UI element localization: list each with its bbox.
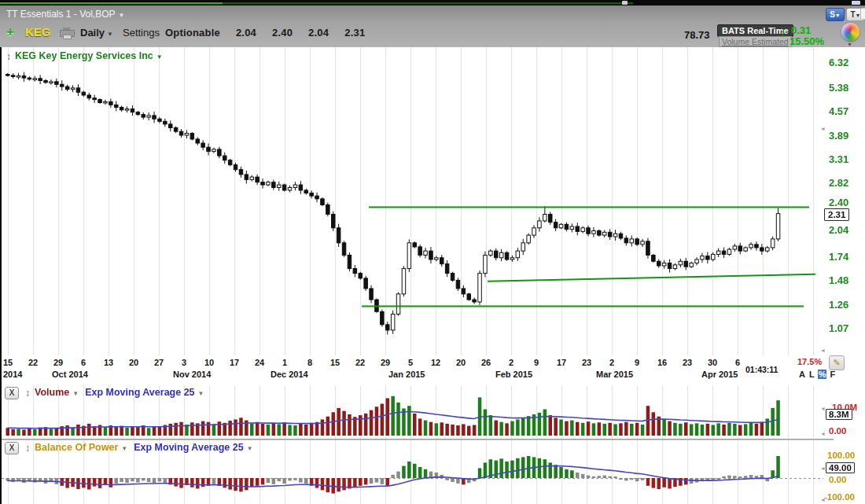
price-axis-label: 1.48 [829, 274, 865, 286]
month-label: Apr 2015 [701, 370, 738, 379]
date-tick-label: 12 [431, 358, 440, 367]
axis-marker-icon: ◄ [820, 497, 826, 502]
date-tick-label: 9 [534, 358, 539, 367]
date-tick-label: 29 [381, 358, 390, 367]
symbol-label[interactable]: KEG [25, 25, 51, 39]
volume-value-box: 8.3M [826, 409, 852, 420]
quote-panel: 78.73 BATS Real-Time Volume Estimated ↑ … [495, 23, 865, 46]
month-label: 2014 [3, 370, 22, 379]
volume-indicator-dropdown[interactable]: Volume [35, 387, 69, 398]
volume-pane: X↕Volume▼Exp Moving Average 25▼ 10.0M 8.… [2, 385, 865, 439]
volume-zero-label: 0.00 [829, 426, 846, 436]
date-tick-label: 5 [408, 358, 413, 367]
workspace-title[interactable]: TT Essentials 1 - Vol,BOP▼ [6, 9, 124, 20]
axis-marker-icon: ◄ [820, 406, 826, 411]
progress-marker[interactable] [622, 1, 628, 5]
bop-indicator-dropdown[interactable]: Balance Of Power [35, 442, 118, 453]
date-tick-label: 9 [635, 358, 639, 367]
close-pane-button[interactable]: X [5, 442, 19, 454]
price-pane: ↕KEG Key Energy Services Inc▼ 6.325.384.… [2, 47, 865, 355]
timeframe-dropdown[interactable]: Daily▼ [80, 27, 113, 39]
resize-icon[interactable]: ↕ [6, 51, 11, 62]
date-tick-label: 1 [282, 358, 287, 367]
optionable-label: Optionable [165, 27, 220, 39]
month-label: Feb 2015 [495, 370, 532, 379]
date-tick-label: 13 [104, 358, 113, 367]
date-tick-label: 6 [81, 358, 86, 367]
toolbar: + KEG Daily▼ Settings Optionable2.042.40… [0, 23, 865, 46]
date-tick-label: 17 [557, 358, 566, 367]
date-tick-label: 23 [683, 358, 692, 367]
price-axis-label: 1.74 [829, 251, 865, 263]
ohlc-value: 2.31 [344, 27, 365, 39]
axis-marker-icon: ◄ [820, 126, 826, 131]
up-arrow-icon: ↑ [780, 26, 786, 39]
date-tick-label: 3 [182, 358, 186, 367]
progress-buffered-segment [223, 2, 633, 4]
bop-value-box: 49.00 [826, 462, 855, 473]
date-tick-label: 30 [708, 358, 717, 367]
ohlc-value: 2.40 [272, 27, 293, 39]
date-tick-label: 6 [735, 358, 740, 367]
price-axis-label: 2.04 [829, 224, 865, 236]
change-percent: 15.50% [790, 35, 824, 47]
volume-header: X↕Volume▼Exp Moving Average 25▼ [5, 387, 204, 399]
date-tick-label: 2 [509, 358, 513, 367]
scale-mode-switch[interactable]: AL%F [798, 370, 838, 379]
chevron-down-icon: ▼ [156, 53, 163, 61]
chart-symbol-title[interactable]: ↕KEG Key Energy Services Inc▼ [6, 50, 163, 62]
date-tick-label: 16 [657, 358, 667, 367]
price-axis-label: 5.38 [829, 82, 865, 94]
resize-icon[interactable]: ↕ [25, 443, 30, 454]
date-tick-label: 26 [481, 358, 491, 367]
price-axis-label: 3.89 [829, 130, 865, 142]
date-tick-label: 20 [456, 358, 466, 367]
axis-marker-icon: ◄ [820, 348, 826, 353]
bop-bottom-label: -100.00 [824, 492, 855, 502]
chevron-down-icon: ▼ [107, 31, 113, 38]
chart-title-text: KEG Key Energy Services Inc [15, 50, 153, 61]
settings-label: Settings [123, 27, 160, 39]
price-axis-label: 1.07 [829, 322, 865, 334]
close-pane-button[interactable]: X [5, 387, 19, 399]
scale-mode-a[interactable]: A [798, 370, 806, 379]
bop-ma-dropdown[interactable]: Exp Moving Average 25 [134, 442, 243, 453]
bop-zero-label: 0.00 [829, 475, 846, 484]
scale-percent-label: 17.5% [797, 357, 822, 366]
app-window: TT Essentials 1 - Vol,BOP▼ S▼ T▼ + KEG D… [0, 0, 865, 504]
print-icon[interactable] [60, 28, 73, 38]
price-chart-canvas[interactable] [2, 47, 823, 355]
chevron-down-icon[interactable]: ▼ [847, 42, 852, 47]
settings-button[interactable]: Settings [123, 27, 160, 39]
price-axis-label: 4.57 [829, 105, 865, 117]
add-symbol-button[interactable]: + [6, 25, 14, 39]
month-label: Mar 2015 [596, 370, 633, 379]
date-tick-label: 22 [28, 358, 38, 367]
date-tick-label: 29 [53, 358, 63, 367]
timeframe-label: Daily [80, 27, 105, 39]
s-menu-button[interactable]: S▼ [826, 8, 845, 21]
ohlc-value: 2.04 [308, 27, 329, 39]
price-axis-label: 2.82 [829, 177, 865, 189]
volume-ma-dropdown[interactable]: Exp Moving Average 25 [85, 387, 194, 398]
date-tick-label: 10 [204, 358, 214, 367]
date-tick-label: 8 [307, 358, 312, 367]
scale-mode-pct[interactable]: % [818, 370, 827, 379]
date-axis: 1522296132027310172418152229512202629172… [2, 355, 865, 385]
last-bar-time: 01:43:11 [745, 365, 778, 374]
axis-marker-icon: ◄ [820, 431, 826, 436]
scale-mode-f[interactable]: F [829, 370, 836, 379]
resize-icon[interactable]: ↕ [25, 388, 30, 399]
video-progress-bar[interactable] [0, 0, 865, 6]
scale-mode-l[interactable]: L [808, 370, 815, 379]
quote-strip: Optionable2.042.402.042.31 [165, 27, 381, 39]
date-tick-label: 20 [129, 358, 138, 367]
month-label: Nov 2014 [173, 370, 211, 379]
printer-paper [63, 35, 72, 39]
date-tick-label: 15 [3, 358, 13, 367]
month-label: Dec 2014 [271, 370, 308, 379]
s-button-label: S [830, 10, 835, 19]
window-button[interactable] [860, 8, 865, 20]
edit-pencil-button[interactable]: ✎ [829, 355, 845, 370]
sphere-logo-icon[interactable] [841, 23, 859, 41]
